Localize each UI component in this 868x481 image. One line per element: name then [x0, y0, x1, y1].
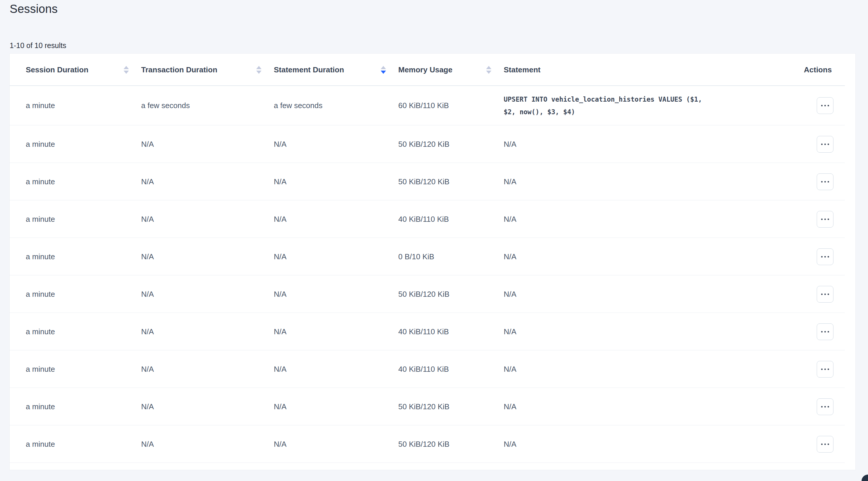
row-actions-button[interactable]	[817, 211, 833, 228]
cell-statement-duration: N/A	[274, 402, 398, 411]
column-header-statement-duration[interactable]: Statement Duration	[274, 65, 398, 74]
row-actions-button[interactable]	[817, 97, 833, 114]
cell-actions	[794, 97, 856, 114]
cell-actions	[794, 136, 856, 153]
sort-desc-arrow	[124, 70, 129, 74]
cell-statement-duration: N/A	[274, 140, 398, 149]
column-header-label: Statement Duration	[274, 65, 344, 74]
row-actions-button[interactable]	[817, 136, 833, 153]
column-header-label: Statement	[504, 65, 540, 74]
cell-statement: N/A	[504, 327, 794, 336]
cell-statement-duration: a few seconds	[274, 101, 398, 110]
sort-desc-arrow	[381, 70, 386, 74]
cell-session-duration: a minute	[26, 402, 141, 411]
cell-text: N/A	[141, 252, 154, 261]
cell-statement-duration: N/A	[274, 327, 398, 336]
cell-actions	[794, 286, 856, 303]
cell-session-duration: a minute	[26, 177, 141, 186]
cell-text: a minute	[26, 440, 55, 449]
page-title: Sessions	[10, 2, 58, 16]
cell-transaction-duration: N/A	[141, 215, 274, 224]
ellipsis-icon	[828, 181, 829, 182]
cell-session-duration: a minute	[26, 252, 141, 261]
statement-text: N/A	[504, 177, 516, 186]
cell-text: 40 KiB/110 KiB	[398, 327, 449, 336]
sort-desc-arrow	[256, 70, 261, 74]
row-actions-button[interactable]	[817, 436, 833, 453]
sort-arrows-icon[interactable]	[486, 66, 491, 74]
cell-memory-usage: 50 KiB/120 KiB	[398, 290, 504, 299]
cell-text: N/A	[274, 440, 286, 449]
column-header-transaction-duration[interactable]: Transaction Duration	[141, 65, 274, 74]
ellipsis-icon	[828, 294, 829, 295]
cell-session-duration: a minute	[26, 327, 141, 336]
row-actions-button[interactable]	[817, 248, 833, 265]
sort-desc-arrow	[486, 70, 491, 74]
statement-text: N/A	[504, 365, 516, 374]
cell-transaction-duration: a few seconds	[141, 101, 274, 110]
cell-session-duration: a minute	[26, 140, 141, 149]
cell-memory-usage: 50 KiB/120 KiB	[398, 402, 504, 411]
cell-text: N/A	[141, 327, 154, 336]
statement-text: N/A	[504, 402, 516, 411]
table-row: a minuteN/AN/A40 KiB/110 KiBN/A	[10, 350, 856, 388]
table-row: a minuteN/AN/A40 KiB/110 KiBN/A	[10, 313, 856, 350]
sort-arrows-icon[interactable]	[124, 66, 129, 74]
statement-text: N/A	[504, 290, 516, 299]
ellipsis-icon	[825, 294, 826, 295]
cell-memory-usage: 50 KiB/120 KiB	[398, 140, 504, 149]
ellipsis-icon	[821, 294, 823, 295]
sort-arrows-icon[interactable]	[381, 66, 386, 74]
table-row: a minuteN/AN/A50 KiB/120 KiBN/A	[10, 163, 856, 200]
ellipsis-icon	[825, 144, 826, 145]
cell-statement-duration: N/A	[274, 177, 398, 186]
row-actions-button[interactable]	[817, 323, 833, 340]
row-actions-button[interactable]	[817, 286, 833, 303]
ellipsis-icon	[825, 218, 826, 220]
statement-text: UPSERT INTO vehicle_location_histories V…	[504, 93, 717, 118]
cell-statement-duration: N/A	[274, 440, 398, 449]
cell-statement-duration: N/A	[274, 215, 398, 224]
cell-text: N/A	[141, 440, 154, 449]
ellipsis-icon	[828, 444, 829, 445]
row-actions-button[interactable]	[817, 361, 833, 378]
cell-statement-duration: N/A	[274, 290, 398, 299]
sort-asc-arrow	[381, 66, 386, 69]
cell-actions	[794, 436, 856, 453]
column-header-session-duration[interactable]: Session Duration	[26, 65, 141, 74]
sort-asc-arrow	[124, 66, 129, 69]
cell-memory-usage: 40 KiB/110 KiB	[398, 365, 504, 374]
cell-statement: N/A	[504, 402, 794, 411]
cell-statement-duration: N/A	[274, 365, 398, 374]
cell-text: N/A	[141, 215, 154, 224]
cell-text: N/A	[274, 365, 286, 374]
cell-session-duration: a minute	[26, 101, 141, 110]
ellipsis-icon	[821, 144, 823, 145]
cell-text: 50 KiB/120 KiB	[398, 177, 450, 186]
row-actions-button[interactable]	[817, 173, 833, 190]
statement-text: N/A	[504, 140, 516, 149]
row-actions-button[interactable]	[817, 398, 833, 415]
ellipsis-icon	[828, 105, 829, 106]
ellipsis-icon	[825, 368, 826, 370]
cell-memory-usage: 40 KiB/110 KiB	[398, 327, 504, 336]
cell-text: N/A	[274, 252, 286, 261]
cell-text: N/A	[141, 365, 154, 374]
cell-text: a minute	[26, 140, 55, 149]
cell-text: a minute	[26, 402, 55, 411]
cell-text: a few seconds	[141, 101, 190, 110]
column-header-memory-usage[interactable]: Memory Usage	[398, 65, 504, 74]
cell-text: a minute	[26, 327, 55, 336]
table-row: a minuteN/AN/A50 KiB/120 KiBN/A	[10, 275, 856, 313]
sort-arrows-icon[interactable]	[256, 66, 261, 74]
cell-text: a minute	[26, 290, 55, 299]
cell-text: N/A	[274, 402, 286, 411]
cell-text: a minute	[26, 252, 55, 261]
cell-text: a minute	[26, 101, 55, 110]
ellipsis-icon	[821, 331, 823, 332]
ellipsis-icon	[828, 218, 829, 220]
cell-memory-usage: 40 KiB/110 KiB	[398, 215, 504, 224]
cell-text: N/A	[274, 327, 286, 336]
cell-statement: N/A	[504, 140, 794, 149]
ellipsis-icon	[821, 444, 823, 445]
